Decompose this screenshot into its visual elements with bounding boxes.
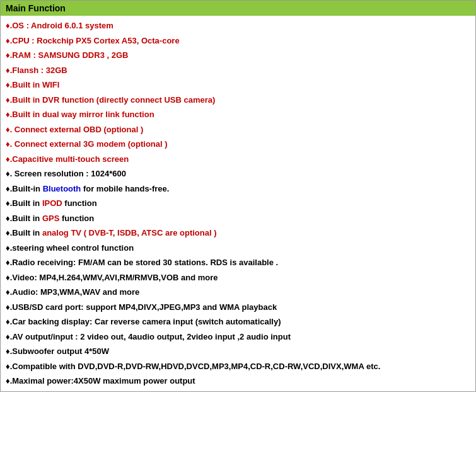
- list-item: ♦.Video: MP4,H.264,WMV,AVI,RM/RMVB,VOB a…: [6, 270, 470, 285]
- ipod-highlight: IPOD: [42, 198, 62, 208]
- list-item: ♦.Maximal power:4X50W maximum power outp…: [6, 374, 470, 389]
- item-prefix: ♦.Built-in: [6, 184, 43, 193]
- item-text: ♦.RAM : SAMSUNG DDR3 , 2GB: [6, 50, 128, 60]
- item-text: ♦.AV output/input : 2 video out, 4audio …: [6, 332, 291, 341]
- item-text: ♦.Built in dual way mirror link function: [6, 110, 154, 119]
- item-suffix: for mobile hands-free.: [81, 184, 169, 193]
- list-item: ♦.Compatible with DVD,DVD-R,DVD-RW,HDVD,…: [6, 359, 470, 374]
- list-item: ♦.Radio receiving: FM/AM can be stored 3…: [6, 255, 470, 270]
- gps-highlight: GPS: [42, 214, 59, 223]
- list-item: ♦. Screen resolution : 1024*600: [6, 166, 470, 181]
- list-item: ♦.Built in analog TV ( DVB-T, ISDB, ATSC…: [6, 226, 470, 241]
- list-item: ♦.Built-in Bluetooth for mobile hands-fr…: [6, 181, 470, 197]
- item-text: ♦. Connect external 3G modem (optional ): [6, 139, 168, 149]
- item-suffix: function: [62, 198, 97, 208]
- item-text: ♦.steering wheel control function: [6, 243, 134, 253]
- item-text: ♦.Car backing display: Car reverse camer…: [6, 317, 281, 326]
- item-text: ♦.Built in DVR function (directly connec…: [6, 95, 215, 105]
- list-item: ♦.CPU : Rockchip PX5 Cortex A53, Octa-co…: [6, 33, 470, 49]
- list-item: ♦.Audio: MP3,WMA,WAV and more: [6, 285, 470, 300]
- list-item: ♦. Connect external OBD (optional ): [6, 122, 470, 137]
- list-item: ♦.Subwoofer output 4*50W: [6, 344, 470, 359]
- item-text: ♦.Subwoofer output 4*50W: [6, 346, 109, 356]
- item-text: ♦.Flansh : 32GB: [6, 66, 67, 75]
- item-text: ♦.Video: MP4,H.264,WMV,AVI,RM/RMVB,VOB a…: [6, 273, 218, 282]
- list-item: ♦. Connect external 3G modem (optional ): [6, 137, 470, 152]
- header-title: Main Function: [6, 3, 66, 13]
- item-text: ♦. Connect external OBD: [6, 125, 102, 134]
- list-item: ♦.Capacitive multi-touch screen: [6, 152, 470, 167]
- item-text: ♦.USB/SD card port: support MP4,DIVX,JPE…: [6, 302, 277, 312]
- list-item: ♦.RAM : SAMSUNG DDR3 , 2GB: [6, 48, 470, 63]
- item-text: ♦. Screen resolution : 1024*600: [6, 169, 126, 178]
- item-prefix: ♦.Built in: [6, 214, 42, 223]
- item-text: ♦.Radio receiving: FM/AM can be stored 3…: [6, 258, 278, 267]
- list-item: ♦.Built in DVR function (directly connec…: [6, 93, 470, 108]
- content-area: ♦.OS : Android 6.0.1 system ♦.CPU : Rock…: [1, 16, 475, 391]
- list-item: ♦.Flansh : 32GB: [6, 63, 470, 78]
- item-suffix: function: [59, 214, 94, 223]
- list-item: ♦.AV output/input : 2 video out, 4audio …: [6, 329, 470, 345]
- item-text: ♦.Compatible with DVD,DVD-R,DVD-RW,HDVD,…: [6, 362, 380, 371]
- list-item: ♦.Built in IPOD function: [6, 196, 470, 211]
- item-text: ♦.Maximal power:4X50W maximum power outp…: [6, 376, 195, 386]
- item-prefix: ♦.Built in: [6, 198, 42, 208]
- item-text: ♦.OS : Android 6.0.1 system: [6, 21, 113, 30]
- item-text: ♦.Built in WIFI: [6, 80, 59, 89]
- list-item: ♦.steering wheel control function: [6, 241, 470, 256]
- tv-highlight: analog TV ( DVB-T, ISDB, ATSC are option…: [42, 228, 217, 237]
- item-text: ♦.CPU : Rockchip PX5 Cortex A53, Octa-co…: [6, 36, 180, 45]
- item-text: ♦.Capacitive multi-touch screen: [6, 154, 129, 164]
- bluetooth-highlight: Bluetooth: [43, 184, 81, 193]
- main-container: Main Function ♦.OS : Android 6.0.1 syste…: [0, 0, 476, 392]
- item-prefix: ♦.Built in: [6, 228, 42, 237]
- list-item: ♦.Built in WIFI: [6, 77, 470, 93]
- list-item: ♦.OS : Android 6.0.1 system: [6, 18, 470, 33]
- item-optional: (optional ): [102, 125, 143, 134]
- list-item: ♦.Car backing display: Car reverse camer…: [6, 314, 470, 329]
- list-item: ♦.USB/SD card port: support MP4,DIVX,JPE…: [6, 300, 470, 315]
- list-item: ♦.Built in dual way mirror link function: [6, 107, 470, 122]
- section-header: Main Function: [1, 1, 475, 16]
- item-text: ♦.Audio: MP3,WMA,WAV and more: [6, 287, 139, 297]
- list-item: ♦.Built in GPS function: [6, 211, 470, 226]
